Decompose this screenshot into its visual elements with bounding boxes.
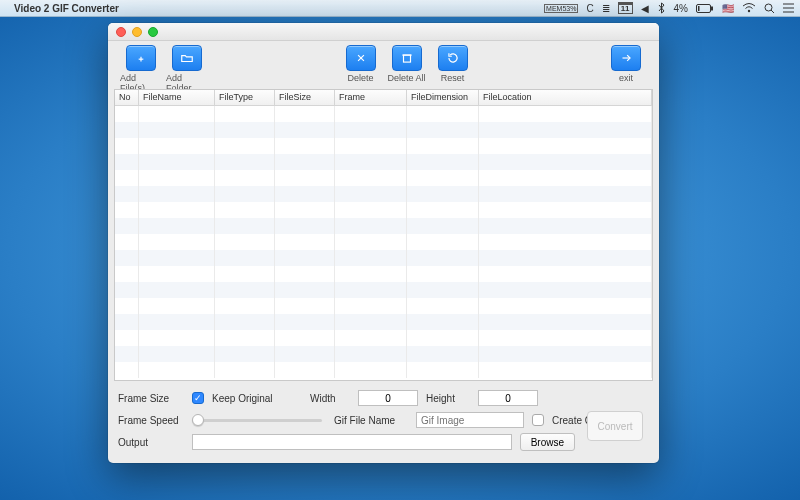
output-field[interactable]: [192, 434, 512, 450]
add-folder-button[interactable]: Add Folder: [166, 45, 208, 93]
col-filelocation[interactable]: FileLocation: [479, 90, 652, 105]
convert-button[interactable]: Convert: [587, 411, 643, 441]
svg-point-3: [748, 10, 750, 12]
exit-button[interactable]: exit: [605, 45, 647, 83]
svg-rect-11: [403, 55, 410, 62]
keep-original-checkbox[interactable]: ✓: [192, 392, 204, 404]
table-row[interactable]: [115, 314, 652, 330]
refresh-icon[interactable]: C: [586, 3, 593, 14]
table-body[interactable]: [115, 106, 652, 380]
delete-all-button[interactable]: Delete All: [386, 45, 428, 83]
settings-panel: Frame Size ✓ Keep Original Width Height …: [108, 381, 659, 463]
table-row[interactable]: [115, 202, 652, 218]
wifi-icon[interactable]: [742, 3, 756, 13]
frame-speed-label: Frame Speed: [118, 415, 184, 426]
app-window: Add File(s) Add Folder Delete Delete All…: [108, 23, 659, 463]
flag-icon[interactable]: 🇺🇸: [722, 3, 734, 14]
reset-button[interactable]: Reset: [432, 45, 474, 83]
minimize-window-button[interactable]: [132, 27, 142, 37]
create-one-gif-checkbox[interactable]: ✓: [532, 414, 544, 426]
col-filename[interactable]: FileName: [139, 90, 215, 105]
battery-percent: 4%: [674, 3, 688, 14]
gif-file-name-field[interactable]: [416, 412, 524, 428]
col-no[interactable]: No: [115, 90, 139, 105]
width-label: Width: [310, 393, 350, 404]
col-filesize[interactable]: FileSize: [275, 90, 335, 105]
table-row[interactable]: [115, 266, 652, 282]
system-menubar: Video 2 GIF Converter MEM53% C ≣ 11 ◀ 4%…: [0, 0, 800, 17]
table-row[interactable]: [115, 218, 652, 234]
svg-rect-1: [711, 6, 713, 10]
file-table: No FileName FileType FileSize Frame File…: [114, 89, 653, 381]
table-row[interactable]: [115, 330, 652, 346]
table-row[interactable]: [115, 346, 652, 362]
add-files-button[interactable]: Add File(s): [120, 45, 162, 93]
table-row[interactable]: [115, 298, 652, 314]
delete-all-icon: [392, 45, 422, 71]
browse-button[interactable]: Browse: [520, 433, 575, 451]
spotlight-icon[interactable]: [764, 3, 775, 14]
col-filetype[interactable]: FileType: [215, 90, 275, 105]
col-filedimension[interactable]: FileDimension: [407, 90, 479, 105]
table-row[interactable]: [115, 362, 652, 378]
table-header[interactable]: No FileName FileType FileSize Frame File…: [115, 90, 652, 106]
height-label: Height: [426, 393, 470, 404]
table-row[interactable]: [115, 234, 652, 250]
frame-size-label: Frame Size: [118, 393, 184, 404]
table-row[interactable]: [115, 170, 652, 186]
app-menu-title[interactable]: Video 2 GIF Converter: [14, 3, 119, 14]
table-row[interactable]: [115, 106, 652, 122]
delete-button[interactable]: Delete: [340, 45, 382, 83]
battery-icon[interactable]: [696, 4, 714, 13]
table-row[interactable]: [115, 282, 652, 298]
svg-rect-2: [698, 6, 700, 11]
add-folder-icon: [172, 45, 202, 71]
table-row[interactable]: [115, 138, 652, 154]
keep-original-label: Keep Original: [212, 393, 302, 404]
close-window-button[interactable]: [116, 27, 126, 37]
width-field[interactable]: [358, 390, 418, 406]
calendar-icon[interactable]: 11: [618, 2, 633, 14]
table-row[interactable]: [115, 122, 652, 138]
svg-point-4: [765, 4, 772, 11]
menu-lines-icon[interactable]: ≣: [602, 3, 610, 14]
height-field[interactable]: [478, 390, 538, 406]
exit-icon: [611, 45, 641, 71]
memory-indicator[interactable]: MEM53%: [544, 4, 578, 13]
delete-icon: [346, 45, 376, 71]
toolbar: Add File(s) Add Folder Delete Delete All…: [108, 41, 659, 89]
window-titlebar[interactable]: [108, 23, 659, 41]
reset-icon: [438, 45, 468, 71]
gif-file-name-label: Gif File Name: [330, 415, 408, 426]
table-row[interactable]: [115, 250, 652, 266]
table-row[interactable]: [115, 186, 652, 202]
volume-icon[interactable]: ◀: [641, 3, 649, 14]
notification-center-icon[interactable]: [783, 3, 794, 13]
add-file-icon: [126, 45, 156, 71]
col-frame[interactable]: Frame: [335, 90, 407, 105]
table-row[interactable]: [115, 154, 652, 170]
svg-line-5: [771, 10, 774, 13]
frame-speed-slider[interactable]: [192, 413, 322, 427]
zoom-window-button[interactable]: [148, 27, 158, 37]
output-label: Output: [118, 437, 184, 448]
bluetooth-icon[interactable]: [657, 2, 666, 14]
